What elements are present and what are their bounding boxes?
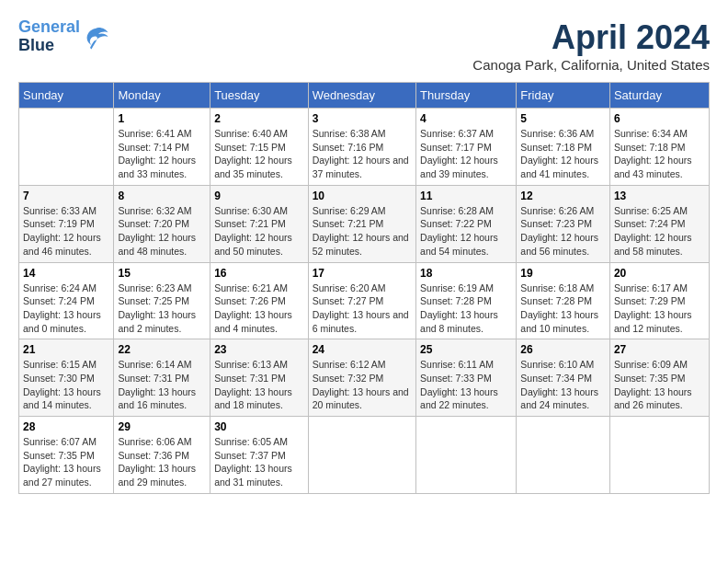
calendar-cell: 23 Sunrise: 6:13 AMSunset: 7:31 PMDaylig… bbox=[210, 339, 309, 417]
day-number: 14 bbox=[23, 267, 109, 280]
day-info: Sunrise: 6:12 AMSunset: 7:32 PMDaylight:… bbox=[313, 358, 412, 412]
calendar-cell: 7 Sunrise: 6:33 AMSunset: 7:19 PMDayligh… bbox=[19, 185, 114, 262]
day-info: Sunrise: 6:11 AMSunset: 7:33 PMDaylight:… bbox=[420, 358, 512, 412]
day-number: 23 bbox=[214, 343, 304, 356]
calendar-cell: 19 Sunrise: 6:18 AMSunset: 7:28 PMDaylig… bbox=[517, 262, 610, 339]
month-title: April 2024 bbox=[472, 18, 710, 57]
calendar-cell: 17 Sunrise: 6:20 AMSunset: 7:27 PMDaylig… bbox=[308, 262, 415, 339]
day-number: 12 bbox=[520, 190, 606, 202]
day-number: 17 bbox=[313, 267, 412, 280]
calendar-cell: 29 Sunrise: 6:06 AMSunset: 7:36 PMDaylig… bbox=[114, 417, 210, 494]
day-info: Sunrise: 6:41 AMSunset: 7:14 PMDaylight:… bbox=[118, 127, 206, 181]
location: Canoga Park, California, United States bbox=[472, 57, 710, 73]
calendar-cell bbox=[308, 417, 415, 494]
day-info: Sunrise: 6:36 AMSunset: 7:18 PMDaylight:… bbox=[520, 127, 606, 181]
day-number: 27 bbox=[614, 343, 705, 356]
day-info: Sunrise: 6:37 AMSunset: 7:17 PMDaylight:… bbox=[420, 127, 512, 181]
page-header: GeneralBlue April 2024 Canoga Park, Cali… bbox=[18, 18, 710, 73]
calendar-cell: 11 Sunrise: 6:28 AMSunset: 7:22 PMDaylig… bbox=[416, 185, 517, 262]
day-info: Sunrise: 6:38 AMSunset: 7:16 PMDaylight:… bbox=[313, 127, 412, 181]
calendar-cell: 28 Sunrise: 6:07 AMSunset: 7:35 PMDaylig… bbox=[19, 417, 114, 494]
day-info: Sunrise: 6:20 AMSunset: 7:27 PMDaylight:… bbox=[313, 282, 412, 336]
calendar-cell: 30 Sunrise: 6:05 AMSunset: 7:37 PMDaylig… bbox=[210, 417, 309, 494]
col-header-saturday: Saturday bbox=[609, 83, 709, 109]
logo: GeneralBlue bbox=[18, 18, 109, 55]
day-info: Sunrise: 6:10 AMSunset: 7:34 PMDaylight:… bbox=[520, 358, 606, 412]
calendar-cell: 5 Sunrise: 6:36 AMSunset: 7:18 PMDayligh… bbox=[517, 109, 610, 186]
col-header-thursday: Thursday bbox=[416, 83, 517, 109]
day-number: 22 bbox=[118, 343, 206, 356]
calendar-cell: 18 Sunrise: 6:19 AMSunset: 7:28 PMDaylig… bbox=[416, 262, 517, 339]
calendar-cell bbox=[517, 417, 610, 494]
day-number: 3 bbox=[313, 112, 412, 125]
day-number: 9 bbox=[214, 190, 304, 202]
calendar-cell: 22 Sunrise: 6:14 AMSunset: 7:31 PMDaylig… bbox=[114, 339, 210, 417]
day-info: Sunrise: 6:25 AMSunset: 7:24 PMDaylight:… bbox=[614, 204, 705, 259]
col-header-friday: Friday bbox=[517, 83, 610, 109]
calendar-header-row: SundayMondayTuesdayWednesdayThursdayFrid… bbox=[19, 83, 710, 109]
calendar-cell bbox=[19, 109, 114, 186]
calendar-week-row: 14 Sunrise: 6:24 AMSunset: 7:24 PMDaylig… bbox=[19, 262, 710, 339]
calendar-week-row: 21 Sunrise: 6:15 AMSunset: 7:30 PMDaylig… bbox=[19, 339, 710, 417]
day-number: 5 bbox=[520, 112, 606, 125]
day-info: Sunrise: 6:29 AMSunset: 7:21 PMDaylight:… bbox=[313, 204, 412, 259]
calendar-cell: 1 Sunrise: 6:41 AMSunset: 7:14 PMDayligh… bbox=[114, 109, 210, 186]
calendar-cell: 6 Sunrise: 6:34 AMSunset: 7:18 PMDayligh… bbox=[609, 109, 709, 186]
day-info: Sunrise: 6:18 AMSunset: 7:28 PMDaylight:… bbox=[520, 282, 606, 336]
calendar-cell: 24 Sunrise: 6:12 AMSunset: 7:32 PMDaylig… bbox=[308, 339, 415, 417]
col-header-sunday: Sunday bbox=[19, 83, 114, 109]
day-number: 13 bbox=[614, 190, 705, 202]
calendar-week-row: 7 Sunrise: 6:33 AMSunset: 7:19 PMDayligh… bbox=[19, 185, 710, 262]
day-number: 28 bbox=[23, 420, 109, 433]
logo-bird-icon bbox=[82, 23, 109, 51]
day-number: 7 bbox=[23, 190, 109, 202]
day-info: Sunrise: 6:30 AMSunset: 7:21 PMDaylight:… bbox=[214, 204, 304, 259]
day-info: Sunrise: 6:09 AMSunset: 7:35 PMDaylight:… bbox=[614, 358, 705, 412]
day-info: Sunrise: 6:33 AMSunset: 7:19 PMDaylight:… bbox=[23, 204, 109, 259]
day-number: 30 bbox=[214, 420, 304, 433]
calendar-cell: 8 Sunrise: 6:32 AMSunset: 7:20 PMDayligh… bbox=[114, 185, 210, 262]
day-number: 1 bbox=[118, 112, 206, 125]
calendar-cell: 2 Sunrise: 6:40 AMSunset: 7:15 PMDayligh… bbox=[210, 109, 309, 186]
calendar-cell: 15 Sunrise: 6:23 AMSunset: 7:25 PMDaylig… bbox=[114, 262, 210, 339]
day-number: 8 bbox=[118, 190, 206, 202]
day-info: Sunrise: 6:24 AMSunset: 7:24 PMDaylight:… bbox=[23, 282, 109, 336]
calendar-cell bbox=[416, 417, 517, 494]
col-header-wednesday: Wednesday bbox=[308, 83, 415, 109]
day-info: Sunrise: 6:40 AMSunset: 7:15 PMDaylight:… bbox=[214, 127, 304, 181]
calendar-cell: 10 Sunrise: 6:29 AMSunset: 7:21 PMDaylig… bbox=[308, 185, 415, 262]
day-info: Sunrise: 6:34 AMSunset: 7:18 PMDaylight:… bbox=[614, 127, 705, 181]
calendar-cell: 9 Sunrise: 6:30 AMSunset: 7:21 PMDayligh… bbox=[210, 185, 309, 262]
day-info: Sunrise: 6:14 AMSunset: 7:31 PMDaylight:… bbox=[118, 358, 206, 412]
day-info: Sunrise: 6:21 AMSunset: 7:26 PMDaylight:… bbox=[214, 282, 304, 336]
day-number: 24 bbox=[313, 343, 412, 356]
day-number: 10 bbox=[313, 190, 412, 202]
calendar-cell: 20 Sunrise: 6:17 AMSunset: 7:29 PMDaylig… bbox=[609, 262, 709, 339]
day-number: 19 bbox=[520, 267, 606, 280]
day-info: Sunrise: 6:13 AMSunset: 7:31 PMDaylight:… bbox=[214, 358, 304, 412]
logo-text: GeneralBlue bbox=[18, 18, 80, 55]
calendar-cell: 13 Sunrise: 6:25 AMSunset: 7:24 PMDaylig… bbox=[609, 185, 709, 262]
day-info: Sunrise: 6:28 AMSunset: 7:22 PMDaylight:… bbox=[420, 204, 512, 259]
calendar-cell: 26 Sunrise: 6:10 AMSunset: 7:34 PMDaylig… bbox=[517, 339, 610, 417]
day-number: 15 bbox=[118, 267, 206, 280]
calendar-cell: 27 Sunrise: 6:09 AMSunset: 7:35 PMDaylig… bbox=[609, 339, 709, 417]
calendar-cell: 12 Sunrise: 6:26 AMSunset: 7:23 PMDaylig… bbox=[517, 185, 610, 262]
calendar-cell: 4 Sunrise: 6:37 AMSunset: 7:17 PMDayligh… bbox=[416, 109, 517, 186]
day-info: Sunrise: 6:07 AMSunset: 7:35 PMDaylight:… bbox=[23, 435, 109, 489]
day-number: 29 bbox=[118, 420, 206, 433]
day-number: 2 bbox=[214, 112, 304, 125]
calendar-cell: 25 Sunrise: 6:11 AMSunset: 7:33 PMDaylig… bbox=[416, 339, 517, 417]
calendar-cell: 16 Sunrise: 6:21 AMSunset: 7:26 PMDaylig… bbox=[210, 262, 309, 339]
col-header-monday: Monday bbox=[114, 83, 210, 109]
calendar-cell bbox=[609, 417, 709, 494]
day-number: 25 bbox=[420, 343, 512, 356]
day-number: 4 bbox=[420, 112, 512, 125]
day-info: Sunrise: 6:32 AMSunset: 7:20 PMDaylight:… bbox=[118, 204, 206, 259]
calendar-cell: 3 Sunrise: 6:38 AMSunset: 7:16 PMDayligh… bbox=[308, 109, 415, 186]
day-info: Sunrise: 6:15 AMSunset: 7:30 PMDaylight:… bbox=[23, 358, 109, 412]
day-info: Sunrise: 6:19 AMSunset: 7:28 PMDaylight:… bbox=[420, 282, 512, 336]
col-header-tuesday: Tuesday bbox=[210, 83, 309, 109]
calendar-cell: 14 Sunrise: 6:24 AMSunset: 7:24 PMDaylig… bbox=[19, 262, 114, 339]
day-number: 11 bbox=[420, 190, 512, 202]
